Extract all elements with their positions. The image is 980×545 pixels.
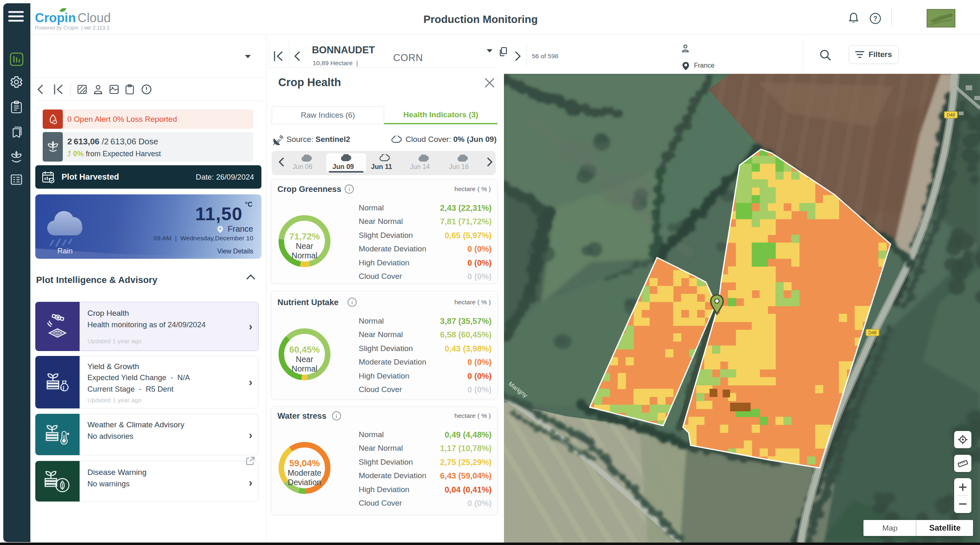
svg-text:Cropin: Cropin <box>35 11 76 25</box>
svg-text:D48: D48 <box>947 112 955 117</box>
svg-text:?: ? <box>873 15 877 22</box>
svg-text:D48: D48 <box>868 330 877 335</box>
svg-text:Cloud: Cloud <box>78 11 111 25</box>
